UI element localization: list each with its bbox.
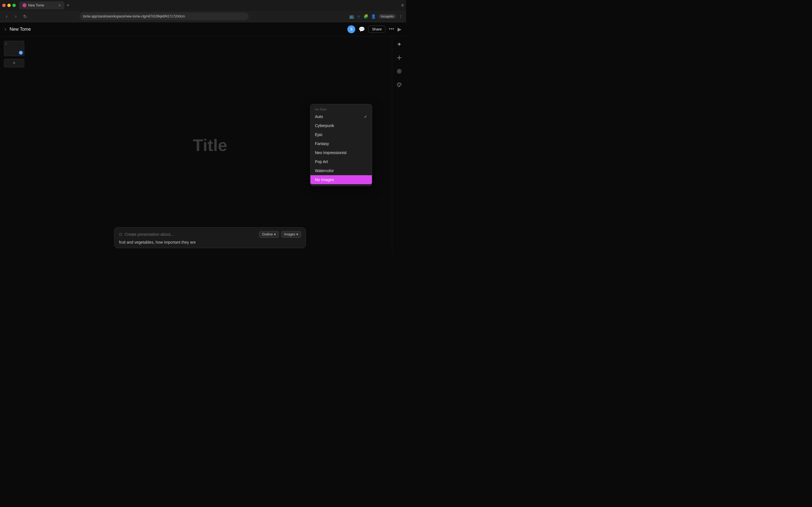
main-content: 1 S + Title ⊡ Outline ▾ Images ▾ fruit a… xyxy=(0,36,406,253)
app-header: ‹ New Tome S 💬 Share ••• ▶ xyxy=(0,22,406,36)
tab-favicon xyxy=(22,3,27,7)
auto-checkmark-icon: ✓ xyxy=(364,114,367,119)
target-icon[interactable] xyxy=(395,67,404,76)
art-style-neo-impressionist[interactable]: Neo Impressionist xyxy=(310,148,372,157)
header-actions: S 💬 Share ••• ▶ xyxy=(347,25,402,33)
art-style-no-images[interactable]: No Images xyxy=(310,175,372,184)
back-button[interactable]: ‹ xyxy=(3,13,10,20)
art-style-cyberpunk-label: Cyberpunk xyxy=(315,123,334,128)
profile-icon[interactable]: 👤 xyxy=(371,14,376,18)
browser-tab[interactable]: New Tome ✕ xyxy=(19,1,64,9)
slide-title: Title xyxy=(193,135,227,155)
right-sidebar xyxy=(392,36,406,253)
images-button[interactable]: Images ▾ xyxy=(281,231,301,238)
cast-icon[interactable]: 📺 xyxy=(349,14,354,18)
share-button[interactable]: Share xyxy=(368,25,386,33)
forward-button[interactable]: › xyxy=(12,13,19,20)
minimize-traffic-light[interactable] xyxy=(7,4,11,7)
more-options-button[interactable]: ••• xyxy=(389,26,394,32)
play-button[interactable]: ▶ xyxy=(398,26,402,33)
incognito-badge: Incognito xyxy=(378,14,396,18)
add-icon[interactable] xyxy=(395,53,404,62)
refresh-button[interactable]: ↻ xyxy=(21,13,28,20)
browser-actions: 📺 ☆ 🧩 👤 Incognito ⋮ xyxy=(349,14,403,18)
url-text: tome.app/sarahsworkspace/new-tome-clgm67… xyxy=(83,14,185,18)
extensions-icon[interactable]: 🧩 xyxy=(363,14,368,18)
dropdown-label: Art Style xyxy=(310,106,372,112)
browser-chrome: New Tome ✕ + ≡ ‹ › ↻ tome.app/sarahswork… xyxy=(0,0,406,22)
new-tab-button[interactable]: + xyxy=(66,3,70,8)
svg-point-5 xyxy=(398,83,399,84)
images-label: Images xyxy=(284,232,295,236)
outline-button[interactable]: Outline ▾ xyxy=(259,231,279,238)
user-avatar[interactable]: S xyxy=(347,25,355,33)
app-title: New Tome xyxy=(10,27,31,32)
art-style-auto[interactable]: Auto ✓ xyxy=(310,112,372,121)
add-slide-button[interactable]: + xyxy=(4,59,24,67)
prompt-text-content: fruit and vegetables, how important they… xyxy=(119,240,301,244)
canvas-area[interactable]: Title ⊡ Outline ▾ Images ▾ fruit and veg… xyxy=(28,36,392,253)
prompt-bar: ⊡ Outline ▾ Images ▾ fruit and vegetable… xyxy=(114,227,306,248)
traffic-lights xyxy=(2,4,16,7)
art-style-epic[interactable]: Epic xyxy=(310,130,372,139)
tab-bar: New Tome ✕ + ≡ xyxy=(0,0,406,11)
art-style-fantasy[interactable]: Fantasy xyxy=(310,139,372,148)
art-style-dropdown: Art Style Auto ✓ Cyberpunk Epic Fantasy … xyxy=(310,104,372,186)
slide-thumbnail[interactable]: 1 S xyxy=(4,41,24,56)
incognito-label: Incognito xyxy=(381,15,394,18)
slide-panel: 1 S + xyxy=(0,36,28,253)
close-traffic-light[interactable] xyxy=(2,4,6,7)
outline-chevron-icon: ▾ xyxy=(274,232,276,236)
art-style-fantasy-label: Fantasy xyxy=(315,142,329,146)
tab-close-button[interactable]: ✕ xyxy=(58,4,61,7)
svg-point-6 xyxy=(400,83,400,84)
tab-title: New Tome xyxy=(28,3,44,7)
art-style-pop-art[interactable]: Pop Art xyxy=(310,157,372,166)
art-style-no-images-label: No Images xyxy=(315,177,334,182)
prompt-input[interactable] xyxy=(124,232,257,237)
ai-icon[interactable] xyxy=(395,40,404,49)
art-style-epic-label: Epic xyxy=(315,132,322,137)
app-back-button[interactable]: ‹ xyxy=(4,26,6,32)
palette-icon[interactable] xyxy=(395,80,404,89)
tab-more-button[interactable]: ≡ xyxy=(401,3,404,8)
slide-user-avatar: S xyxy=(19,51,23,55)
prompt-presentation-icon: ⊡ xyxy=(119,232,122,237)
comment-icon[interactable]: 💬 xyxy=(359,26,365,33)
images-chevron-icon: ▾ xyxy=(296,232,298,236)
prompt-top-row: ⊡ Outline ▾ Images ▾ xyxy=(119,231,301,238)
browser-menu-icon[interactable]: ⋮ xyxy=(399,14,403,18)
art-style-watercolor-label: Watercolor xyxy=(315,168,334,173)
art-style-neo-impressionist-label: Neo Impressionist xyxy=(315,151,347,155)
art-style-watercolor[interactable]: Watercolor xyxy=(310,166,372,175)
art-style-pop-art-label: Pop Art xyxy=(315,159,328,164)
url-bar[interactable]: tome.app/sarahsworkspace/new-tome-clgm67… xyxy=(80,12,249,20)
art-style-auto-label: Auto xyxy=(315,114,323,119)
art-style-cyberpunk[interactable]: Cyberpunk xyxy=(310,121,372,130)
outline-label: Outline xyxy=(262,232,273,236)
address-bar: ‹ › ↻ tome.app/sarahsworkspace/new-tome-… xyxy=(0,11,406,22)
svg-point-4 xyxy=(399,71,400,71)
slide-number: 1 xyxy=(5,42,7,45)
bookmark-icon[interactable]: ☆ xyxy=(357,14,361,18)
fullscreen-traffic-light[interactable] xyxy=(12,4,16,7)
